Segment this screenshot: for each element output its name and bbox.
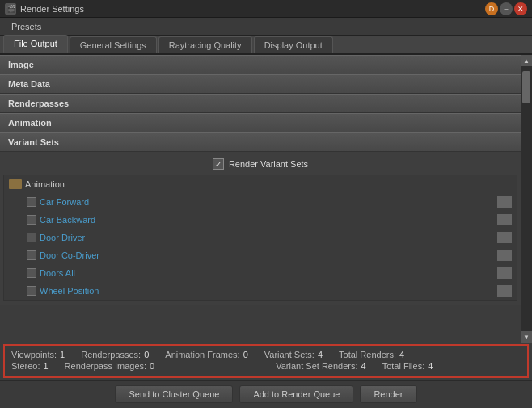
item-checkbox[interactable] <box>27 286 36 296</box>
item-thumbnail <box>497 267 512 279</box>
stats-row-2: Stereo: 1 Renderpass Images: 0 Variant S… <box>11 361 521 371</box>
stat-stereo-value: 1 <box>43 361 48 371</box>
stat-spacer <box>171 361 260 371</box>
tree-item-car-backward[interactable]: Car Backward <box>4 211 517 229</box>
tab-raytracing-quality[interactable]: Raytracing Quality <box>158 36 252 53</box>
stat-renderpass-images: Renderpass Images: 0 <box>65 361 155 371</box>
tree-item-label: Wheel Position <box>40 286 99 296</box>
window-title: Render Settings <box>20 4 485 14</box>
stat-renderpasses-value: 0 <box>144 350 149 360</box>
scrollbar-thumb[interactable] <box>522 71 530 103</box>
tree-item-animation[interactable]: Animation <box>4 175 517 193</box>
section-animation[interactable]: Animation <box>0 113 521 132</box>
main-content: Image Meta Data Renderpasses Animation V… <box>0 55 532 408</box>
tree-item-label: Door Co-Driver <box>40 250 99 260</box>
section-variant-sets: Variant Sets ✓ Render Variant Sets <box>0 132 521 305</box>
stat-renderpasses-label: Renderpasses: <box>81 350 141 360</box>
stat-total-renders: Total Renders: 4 <box>339 350 404 360</box>
stat-total-files-value: 4 <box>428 361 433 371</box>
stat-total-renders-label: Total Renders: <box>339 350 396 360</box>
variant-sets-tree: Animation Car Forward <box>3 175 517 301</box>
stat-renderpasses: Renderpasses: 0 <box>81 350 149 360</box>
folder-icon <box>9 179 22 189</box>
variant-sets-header[interactable]: Variant Sets <box>0 132 521 152</box>
item-checkbox[interactable] <box>27 197 36 207</box>
menu-presets[interactable]: Presets <box>5 19 48 34</box>
stats-bar: Viewpoints: 1 Renderpasses: 0 Animation … <box>3 344 529 378</box>
stat-viewpoints: Viewpoints: 1 <box>11 350 65 360</box>
tree-item-wheel-position[interactable]: Wheel Position <box>4 282 517 300</box>
tree-item-label: Door Driver <box>40 233 85 242</box>
item-checkbox[interactable] <box>27 215 36 225</box>
scroll-up-button[interactable]: ▲ <box>521 55 532 66</box>
tree-item-door-co-driver[interactable]: Door Co-Driver <box>4 246 517 264</box>
close-button[interactable]: ✕ <box>514 2 527 15</box>
stat-total-files-label: Total Files: <box>382 361 425 371</box>
app-icon: 🎬 <box>5 3 16 15</box>
section-image[interactable]: Image <box>0 55 521 74</box>
item-checkbox[interactable] <box>27 233 36 242</box>
stat-variant-sets-value: 4 <box>318 350 323 360</box>
tree-item-car-forward[interactable]: Car Forward <box>4 193 517 211</box>
tree-item-door-driver[interactable]: Door Driver <box>4 229 517 246</box>
orange-button[interactable]: D <box>485 2 498 15</box>
render-button[interactable]: Render <box>360 385 416 403</box>
tree-item-label: Doors All <box>40 268 75 278</box>
title-bar: 🎬 Render Settings D – ✕ <box>0 0 532 18</box>
section-renderpasses[interactable]: Renderpasses <box>0 94 521 113</box>
scroll-down-button[interactable]: ▼ <box>521 331 532 343</box>
stat-renderpass-images-value: 0 <box>150 361 154 371</box>
item-thumbnail <box>497 250 512 261</box>
stat-viewpoints-value: 1 <box>60 350 65 360</box>
stat-variant-set-renders: Variant Set Renders: 4 <box>276 361 365 371</box>
menu-bar: Presets <box>0 18 532 36</box>
tree-item-label: Animation <box>25 179 65 189</box>
item-thumbnail <box>497 232 512 243</box>
item-thumbnail <box>497 196 512 208</box>
send-to-cluster-button[interactable]: Send to Cluster Queue <box>115 385 233 403</box>
tab-general-settings[interactable]: General Settings <box>70 36 157 53</box>
stat-animation-frames-value: 0 <box>243 350 248 360</box>
stat-stereo-label: Stereo: <box>11 361 40 371</box>
tab-file-output[interactable]: File Output <box>3 35 68 53</box>
sections-area: Image Meta Data Renderpasses Animation V… <box>0 55 532 343</box>
scrollbar[interactable]: ▲ ▼ <box>521 55 532 343</box>
bottom-bar: Send to Cluster Queue Add to Render Queu… <box>0 380 532 408</box>
stat-animation-frames-label: Animation Frames: <box>165 350 239 360</box>
item-checkbox[interactable] <box>27 268 36 278</box>
section-meta-data[interactable]: Meta Data <box>0 74 521 94</box>
stat-variant-set-renders-label: Variant Set Renders: <box>276 361 357 371</box>
add-to-render-queue-button[interactable]: Add to Render Queue <box>239 385 353 403</box>
item-thumbnail <box>497 214 512 225</box>
item-checkbox[interactable] <box>27 250 36 260</box>
stat-total-renders-value: 4 <box>399 350 404 360</box>
window-controls: D – ✕ <box>485 2 527 15</box>
stat-variant-set-renders-value: 4 <box>361 361 366 371</box>
tree-item-label: Car Forward <box>40 197 89 207</box>
item-thumbnail <box>497 285 512 297</box>
tab-display-output[interactable]: Display Output <box>254 36 333 53</box>
stat-variant-sets-label: Variant Sets: <box>264 350 315 360</box>
stats-row-1: Viewpoints: 1 Renderpasses: 0 Animation … <box>11 350 521 360</box>
stat-total-files: Total Files: 4 <box>382 361 433 371</box>
minimize-button[interactable]: – <box>500 2 513 15</box>
tree-item-doors-all[interactable]: Doors All <box>4 264 517 282</box>
left-panel: Image Meta Data Renderpasses Animation V… <box>0 55 532 408</box>
tab-bar: File Output General Settings Raytracing … <box>0 36 532 55</box>
stat-animation-frames: Animation Frames: 0 <box>165 350 247 360</box>
render-variant-sets-label: Render Variant Sets <box>229 159 308 169</box>
render-variant-sets-checkbox[interactable]: ✓ <box>213 158 224 170</box>
stat-viewpoints-label: Viewpoints: <box>11 350 57 360</box>
tree-item-label: Car Backward <box>40 215 95 225</box>
variant-sets-content: ✓ Render Variant Sets Animation <box>0 152 521 305</box>
stat-stereo: Stereo: 1 <box>11 361 49 371</box>
render-variant-sets-row: ✓ Render Variant Sets <box>0 155 521 173</box>
stat-renderpass-images-label: Renderpass Images: <box>65 361 147 371</box>
stat-variant-sets: Variant Sets: 4 <box>264 350 323 360</box>
